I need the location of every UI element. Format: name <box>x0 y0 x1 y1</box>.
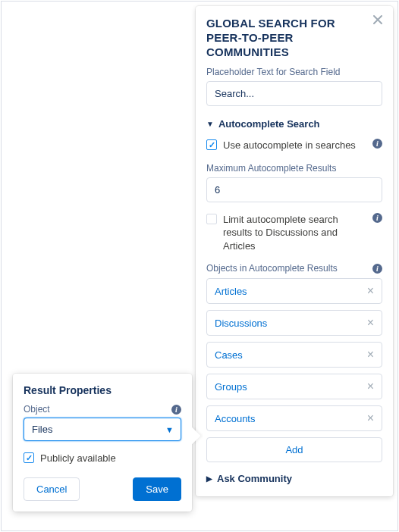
object-pill-label[interactable]: Articles <box>215 286 247 297</box>
object-pill: Articles × <box>206 278 382 304</box>
object-pill-label[interactable]: Cases <box>215 349 243 361</box>
add-object-button[interactable]: Add <box>206 437 382 462</box>
info-icon[interactable] <box>171 405 181 415</box>
chevron-right-icon <box>206 474 212 483</box>
close-icon[interactable] <box>372 14 385 27</box>
objects-label: Objects in Autocomplete Results <box>206 263 338 274</box>
autocomplete-section-toggle[interactable]: Autocomplete Search <box>206 118 382 130</box>
info-icon[interactable] <box>372 264 382 274</box>
info-icon[interactable] <box>372 139 382 149</box>
object-pill-label[interactable]: Accounts <box>215 413 255 424</box>
limit-autocomplete-checkbox[interactable] <box>206 214 217 224</box>
limit-autocomplete-label: Limit autocomplete search results to Dis… <box>223 213 368 253</box>
cancel-button[interactable]: Cancel <box>24 477 80 501</box>
save-button[interactable]: Save <box>133 477 181 501</box>
popover-title: Result Properties <box>24 384 181 396</box>
remove-icon[interactable]: × <box>367 317 374 329</box>
object-pill-label[interactable]: Discussions <box>215 318 267 329</box>
placeholder-text-input[interactable] <box>206 81 382 106</box>
ask-community-label: Ask Community <box>217 473 292 484</box>
app-frame: GLOBAL SEARCH FOR PEER-TO-PEER COMMUNITI… <box>1 1 398 531</box>
result-properties-popover: Result Properties Object Files ▼ Publicl… <box>13 374 192 512</box>
remove-icon[interactable]: × <box>367 380 374 393</box>
remove-icon[interactable]: × <box>367 349 374 361</box>
max-results-input[interactable] <box>206 177 382 202</box>
global-search-settings-panel: GLOBAL SEARCH FOR PEER-TO-PEER COMMUNITI… <box>196 6 393 496</box>
info-icon[interactable] <box>372 213 382 223</box>
placeholder-text-label: Placeholder Text for Search Field <box>206 67 382 77</box>
object-pill: Cases × <box>206 342 382 368</box>
publicly-available-checkbox[interactable] <box>24 452 34 463</box>
autocomplete-section-label: Autocomplete Search <box>218 118 320 130</box>
object-select[interactable]: Files <box>24 418 181 441</box>
ask-community-section-toggle[interactable]: Ask Community <box>206 473 382 484</box>
object-pill: Accounts × <box>206 405 382 431</box>
remove-icon[interactable]: × <box>367 285 374 297</box>
object-pill: Discussions × <box>206 310 382 336</box>
max-results-label: Maximum Autocomplete Results <box>206 163 382 174</box>
publicly-available-label: Publicly available <box>40 452 181 465</box>
use-autocomplete-checkbox[interactable] <box>206 139 217 150</box>
object-field-label: Object <box>24 404 50 415</box>
objects-pill-list: Articles × Discussions × Cases × Groups … <box>206 278 382 462</box>
use-autocomplete-label: Use autocomplete in searches <box>223 139 368 152</box>
object-pill-label[interactable]: Groups <box>215 381 247 393</box>
chevron-down-icon <box>206 120 214 128</box>
panel-title: GLOBAL SEARCH FOR PEER-TO-PEER COMMUNITI… <box>206 17 382 59</box>
object-pill: Groups × <box>206 374 382 399</box>
remove-icon[interactable]: × <box>367 412 374 424</box>
